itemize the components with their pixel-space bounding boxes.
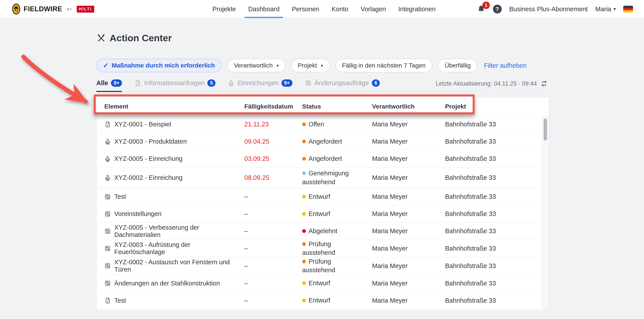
nav-item-integrationen[interactable]: Integrationen [398,0,436,18]
table-row[interactable]: XYZ-0003 - Produktdaten 09.04.25 Angefor… [96,133,542,150]
page-header: Action Center [96,33,172,44]
responsible-cell: Maria Meyer [372,193,445,200]
status-label: Entwurf [308,280,330,286]
element-cell: XYZ-0002 - Austausch von Fenstern und Tü… [104,258,244,273]
element-name: Test [114,193,126,200]
status-cell: Angefordert [302,154,372,163]
fieldwire-logo[interactable]: FIELDWIRE BY HILTI [12,0,94,18]
column-header-projekt[interactable]: Projekt [445,103,549,110]
table-row[interactable]: Test – Entwurf Maria Meyer Bahnhofstraße… [96,188,542,206]
flag-stripe [623,10,633,12]
project-cell: Bahnhofstraße 33 [445,262,542,270]
scrollbar-thumb[interactable] [544,118,547,140]
tab-label: Informationsanfragen [144,80,204,87]
column-header-verantwortlich[interactable]: Verantwortlich [372,103,445,110]
table-row[interactable]: XYZ-0002 - Einreichung 08.09.25 Genehmig… [96,168,542,188]
refresh-icon[interactable] [540,80,548,87]
table-row[interactable]: XYZ-0005 - Verbesserung der Dachmaterial… [96,222,542,240]
language-flag-german[interactable] [623,6,633,12]
element-type-icon [104,245,111,252]
top-bar: FIELDWIRE BY HILTI Projekte Dashboard Pe… [0,0,644,18]
responsible-cell: Maria Meyer [372,280,445,287]
status-dot-icon [302,195,306,198]
responsible-cell: Maria Meyer [372,155,445,162]
filter-chip-due-next-7-days[interactable]: Fällig in den nächsten 7 Tagen [336,59,432,72]
element-cell: Änderungen an der Stahlkonstruktion [104,280,244,287]
filter-dropdown-projekt[interactable]: Projekt ▾ [291,59,330,72]
table-row[interactable]: Voreinstellungen – Entwurf Maria Meyer B… [96,206,542,222]
project-cell: Bahnhofstraße 33 [445,155,542,162]
due-date: 09.04.25 [244,138,302,145]
brand-by-label: BY [67,7,72,11]
table-row[interactable]: XYZ-0002 - Austausch von Fenstern und Tü… [96,257,542,275]
element-type-icon [104,280,111,286]
notification-badge: 1 [482,2,490,9]
status-label: Prüfung ausstehend [302,240,335,256]
status-cell: Prüfung ausstehend [302,257,372,274]
tab-einreichungen[interactable]: Einreichungen 9+ [228,78,292,92]
page-title: Action Center [110,33,172,44]
table-scrollbar[interactable] [542,116,549,310]
notifications-button[interactable]: 1 [477,5,486,14]
responsible-cell: Maria Meyer [372,297,445,304]
help-button[interactable]: ? [493,5,502,14]
nav-item-dashboard[interactable]: Dashboard [248,0,280,18]
column-header-element[interactable]: Element [104,103,244,110]
element-cell: Test [104,297,244,304]
table-body: XYZ-0001 - Beispiel 21.11.23 Offen Maria… [96,116,542,310]
tab-informationsanfragen[interactable]: Informationsanfragen 5 [134,78,216,92]
filter-dropdown-verantwortlich[interactable]: Verantwortlich ▾ [227,59,285,72]
tab-aenderungsauftraege[interactable]: Änderungsaufträge 6 [305,78,380,92]
status-cell: Entwurf [302,210,372,218]
status-label: Offen [308,121,324,128]
nav-item-konto[interactable]: Konto [332,0,348,18]
responsible-cell: Maria Meyer [372,245,445,252]
user-menu[interactable]: Maria ▾ [595,6,616,13]
due-date: 03.09.25 [244,155,302,162]
chevron-down-icon: ▾ [276,63,279,68]
element-name: XYZ-0005 - Verbesserung der Dachmaterial… [114,224,240,238]
table-row[interactable]: XYZ-0003 - Aufrüstung der Feuerlöschanla… [96,240,542,257]
due-date: – [244,280,302,287]
nav-item-projekte[interactable]: Projekte [212,0,236,18]
tab-count-badge: 5 [207,80,216,87]
element-type-icon [104,211,111,217]
filter-chip-label: Fällig in den nächsten 7 Tagen [342,62,426,69]
table-row[interactable]: XYZ-0005 - Einreichung 03.09.25 Angeford… [96,150,542,168]
status-dot-icon [302,229,306,233]
tab-label: Alle [96,80,108,87]
status-label: Angefordert [308,138,342,145]
status-dot-icon [302,172,306,175]
status-label: Entwurf [308,193,330,200]
change-order-icon [305,80,312,86]
status-dot-icon [302,260,306,264]
filter-chip-action-required[interactable]: ✓ Maßnahme durch mich erforderlich [96,59,222,72]
status-dot-icon [302,212,306,216]
element-cell: XYZ-0001 - Beispiel [104,121,244,128]
table-row[interactable]: Test – Entwurf Maria Meyer Bahnhofstraße… [96,292,542,309]
subscription-label: Business Plus-Abonnement [509,6,588,13]
brand-name: FIELDWIRE [24,5,62,13]
element-name: XYZ-0001 - Beispiel [114,121,171,128]
status-dot-icon [302,298,306,302]
nav-item-vorlagen[interactable]: Vorlagen [360,0,386,18]
element-cell: XYZ-0003 - Aufrüstung der Feuerlöschanla… [104,241,244,256]
clear-filters-link[interactable]: Filter aufheben [484,62,526,69]
table-row[interactable]: XYZ-0001 - Beispiel 21.11.23 Offen Maria… [96,116,542,133]
due-date: – [244,262,302,270]
crossed-tools-icon [96,34,106,43]
element-type-icon [104,174,111,181]
table-header-row: Element Fälligkeitsdatum Status Verantwo… [96,97,549,116]
filter-chip-overdue[interactable]: Überfällig [438,59,477,72]
status-cell: Entwurf [302,279,372,288]
due-date: 21.11.23 [244,121,302,128]
element-name: Test [114,297,126,304]
check-icon: ✓ [103,62,108,69]
tab-alle[interactable]: Alle 9+ [96,78,122,92]
fieldwire-worker-icon [12,4,20,14]
column-header-faelligkeitsdatum[interactable]: Fälligkeitsdatum [244,103,302,110]
column-header-status[interactable]: Status [302,103,372,110]
table-row[interactable]: Änderungen an der Stahlkonstruktion – En… [96,275,542,292]
project-cell: Bahnhofstraße 33 [445,174,542,181]
nav-item-personen[interactable]: Personen [292,0,319,18]
